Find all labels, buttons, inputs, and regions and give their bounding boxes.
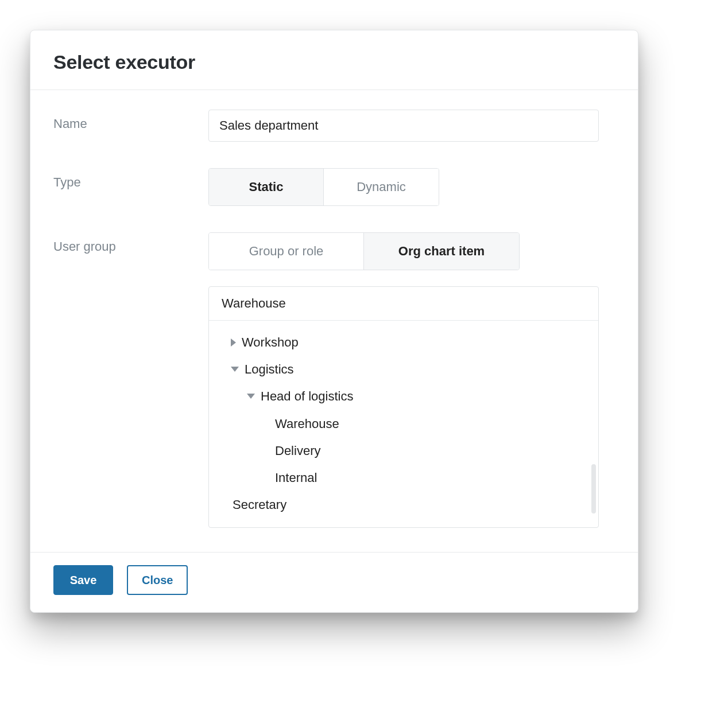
tree-leaf-icon <box>222 502 227 507</box>
scrollbar-thumb[interactable] <box>591 464 596 514</box>
user-group-option-org-chart-item[interactable]: Org chart item <box>364 233 519 270</box>
tree-leaf-icon <box>264 475 269 480</box>
row-name: Name <box>53 110 615 142</box>
user-group-segmented-control: Group or role Org chart item <box>208 232 520 270</box>
tree-node-logistics[interactable]: Logistics <box>219 356 588 383</box>
dialog-footer: Save Close <box>30 552 638 612</box>
close-button[interactable]: Close <box>127 565 188 595</box>
select-executor-dialog: Select executor Name Type Static Dynamic <box>30 30 638 613</box>
tree-node-head-of-logistics[interactable]: Head of logistics <box>219 383 588 410</box>
org-chart-tree-body: Workshop Logistics Head of logistics <box>209 321 598 527</box>
type-label: Type <box>53 168 208 190</box>
tree-node-label: Head of logistics <box>261 386 353 406</box>
tree-node-label: Internal <box>275 468 317 488</box>
user-group-option-group-or-role[interactable]: Group or role <box>209 233 364 270</box>
tree-leaf-icon <box>264 421 269 426</box>
tree-node-workshop[interactable]: Workshop <box>219 329 588 356</box>
type-segmented-control: Static Dynamic <box>208 168 439 206</box>
tree-node-secretary[interactable]: Secretary <box>219 491 588 518</box>
tree-node-internal[interactable]: Internal <box>219 464 588 491</box>
save-button[interactable]: Save <box>53 565 113 595</box>
tree-node-delivery[interactable]: Delivery <box>219 437 588 464</box>
chevron-right-icon <box>231 339 236 347</box>
name-label: Name <box>53 110 208 131</box>
tree-node-label: Workshop <box>242 332 299 352</box>
row-type: Type Static Dynamic <box>53 168 615 206</box>
dialog-body: Name Type Static Dynamic User group <box>30 90 638 552</box>
tree-node-label: Delivery <box>275 441 320 461</box>
chevron-down-icon <box>231 367 239 372</box>
tree-leaf-icon <box>264 448 269 453</box>
dialog-title: Select executor <box>53 51 615 73</box>
tree-node-label: Secretary <box>233 495 286 515</box>
dialog-header: Select executor <box>30 30 638 90</box>
org-chart-tree: Warehouse Workshop Logistics <box>208 286 599 528</box>
type-option-static[interactable]: Static <box>209 169 324 205</box>
chevron-down-icon <box>247 394 255 399</box>
tree-node-warehouse[interactable]: Warehouse <box>219 410 588 437</box>
name-input[interactable] <box>208 110 599 142</box>
row-user-group: User group Group or role Org chart item … <box>53 232 615 528</box>
org-chart-selected[interactable]: Warehouse <box>209 287 598 321</box>
tree-node-label: Warehouse <box>275 414 339 434</box>
type-option-dynamic[interactable]: Dynamic <box>324 169 439 205</box>
tree-node-label: Logistics <box>245 359 294 379</box>
user-group-label: User group <box>53 232 208 254</box>
